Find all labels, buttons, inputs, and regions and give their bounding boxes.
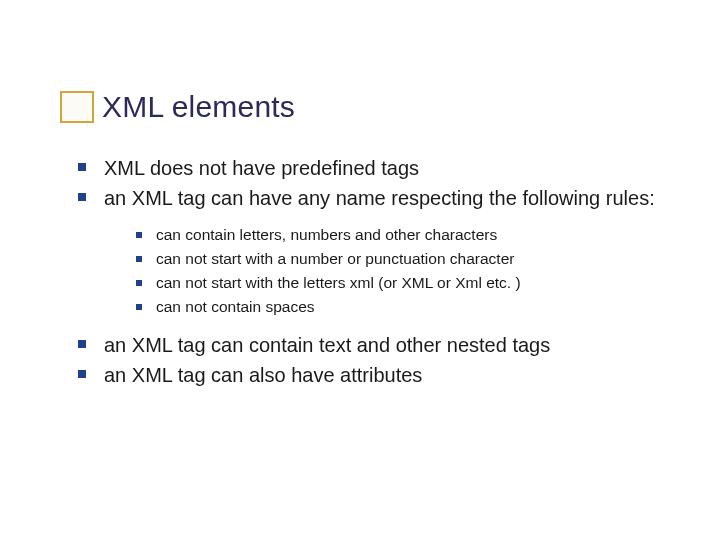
square-bullet-icon [78, 193, 86, 201]
title-row: XML elements [60, 90, 295, 124]
sub-bullet-item: can not start with a number or punctuati… [136, 249, 710, 270]
bullet-item: an XML tag can contain text and other ne… [78, 332, 710, 358]
sub-bullet-list: can contain letters, numbers and other c… [136, 225, 710, 318]
bullet-item: an XML tag can have any name respecting … [78, 185, 710, 211]
content-area: XML does not have predefined tags an XML… [78, 155, 710, 392]
sub-bullet-text: can not contain spaces [156, 297, 315, 318]
square-bullet-icon [78, 370, 86, 378]
bullet-item: an XML tag can also have attributes [78, 362, 710, 388]
square-bullet-icon [78, 340, 86, 348]
square-bullet-icon [136, 232, 142, 238]
bullet-text: an XML tag can contain text and other ne… [104, 332, 550, 358]
bullet-item: XML does not have predefined tags [78, 155, 710, 181]
square-bullet-icon [136, 280, 142, 286]
sub-bullet-item: can not start with the letters xml (or X… [136, 273, 710, 294]
sub-bullet-item: can contain letters, numbers and other c… [136, 225, 710, 246]
bullet-text: an XML tag can also have attributes [104, 362, 422, 388]
slide: { "title": "XML elements", "bullets": { … [0, 0, 720, 540]
bullet-text: an XML tag can have any name respecting … [104, 185, 655, 211]
square-bullet-icon [78, 163, 86, 171]
sub-bullet-text: can contain letters, numbers and other c… [156, 225, 497, 246]
square-bullet-icon [136, 304, 142, 310]
sub-bullet-text: can not start with the letters xml (or X… [156, 273, 521, 294]
bullet-text: XML does not have predefined tags [104, 155, 419, 181]
sub-bullet-item: can not contain spaces [136, 297, 710, 318]
square-bullet-icon [136, 256, 142, 262]
title-accent-box [60, 91, 94, 123]
slide-title: XML elements [102, 90, 295, 124]
sub-bullet-text: can not start with a number or punctuati… [156, 249, 514, 270]
